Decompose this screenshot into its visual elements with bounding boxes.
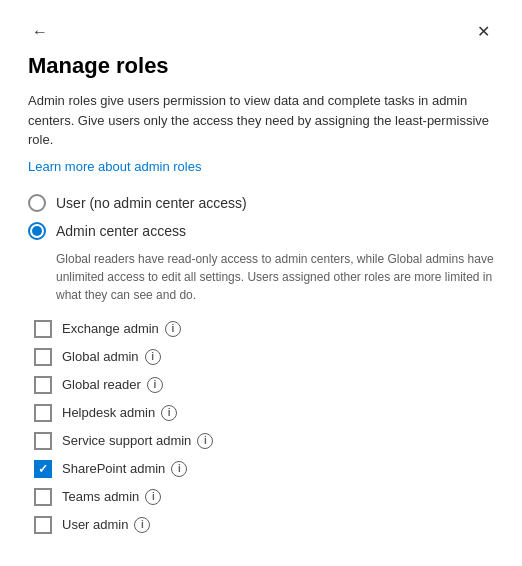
list-item[interactable]: User admin i [34, 516, 494, 534]
info-icon-service-support-admin[interactable]: i [197, 433, 213, 449]
checkbox-label-service-support-admin: Service support admin [62, 433, 191, 448]
checkbox-global-admin[interactable] [34, 348, 52, 366]
back-icon: ← [32, 23, 48, 41]
checkbox-label-sharepoint-admin: SharePoint admin [62, 461, 165, 476]
list-item[interactable]: Exchange admin i [34, 320, 494, 338]
dialog-nav: ← ✕ [28, 20, 494, 43]
list-item[interactable]: Teams admin i [34, 488, 494, 506]
role-radio-group: User (no admin center access) Admin cent… [28, 194, 494, 240]
info-icon-user-admin[interactable]: i [134, 517, 150, 533]
radio-input-user[interactable] [28, 194, 46, 212]
info-icon-helpdesk-admin[interactable]: i [161, 405, 177, 421]
checkbox-label-global-reader: Global reader [62, 377, 141, 392]
checkbox-exchange-admin[interactable] [34, 320, 52, 338]
info-icon-exchange-admin[interactable]: i [165, 321, 181, 337]
checkbox-sharepoint-admin[interactable] [34, 460, 52, 478]
checkbox-helpdesk-admin[interactable] [34, 404, 52, 422]
info-icon-global-reader[interactable]: i [147, 377, 163, 393]
info-icon-global-admin[interactable]: i [145, 349, 161, 365]
learn-more-link[interactable]: Learn more about admin roles [28, 159, 201, 174]
radio-label-user: User (no admin center access) [56, 195, 247, 211]
checkbox-user-admin[interactable] [34, 516, 52, 534]
back-button[interactable]: ← [28, 21, 52, 43]
page-title: Manage roles [28, 53, 494, 79]
admin-description: Global readers have read-only access to … [56, 250, 494, 304]
radio-option-user[interactable]: User (no admin center access) [28, 194, 494, 212]
checkbox-teams-admin[interactable] [34, 488, 52, 506]
close-button[interactable]: ✕ [473, 20, 494, 43]
list-item[interactable]: Helpdesk admin i [34, 404, 494, 422]
checkbox-service-support-admin[interactable] [34, 432, 52, 450]
radio-input-admin[interactable] [28, 222, 46, 240]
checkbox-label-exchange-admin: Exchange admin [62, 321, 159, 336]
list-item[interactable]: SharePoint admin i [34, 460, 494, 478]
checkbox-label-teams-admin: Teams admin [62, 489, 139, 504]
info-icon-teams-admin[interactable]: i [145, 489, 161, 505]
checkbox-label-global-admin: Global admin [62, 349, 139, 364]
checkbox-label-user-admin: User admin [62, 517, 128, 532]
close-icon: ✕ [477, 22, 490, 41]
radio-label-admin: Admin center access [56, 223, 186, 239]
list-item[interactable]: Global admin i [34, 348, 494, 366]
checkbox-label-helpdesk-admin: Helpdesk admin [62, 405, 155, 420]
list-item[interactable]: Service support admin i [34, 432, 494, 450]
manage-roles-dialog: ← ✕ Manage roles Admin roles give users … [0, 0, 522, 566]
list-item[interactable]: Global reader i [34, 376, 494, 394]
roles-checkbox-list: Exchange admin i Global admin i Global r… [34, 320, 494, 534]
radio-option-admin[interactable]: Admin center access [28, 222, 494, 240]
info-icon-sharepoint-admin[interactable]: i [171, 461, 187, 477]
description-text: Admin roles give users permission to vie… [28, 91, 494, 150]
checkbox-global-reader[interactable] [34, 376, 52, 394]
